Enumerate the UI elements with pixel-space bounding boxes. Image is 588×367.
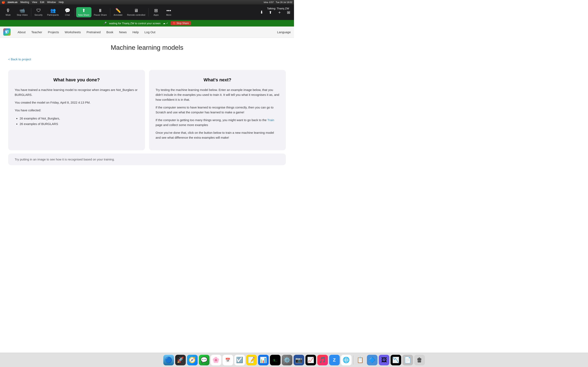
remote-controlled-button[interactable]: 🖥 Remote controlled <box>125 7 147 17</box>
menu-window[interactable]: Window <box>47 1 56 4</box>
right-card-para-3: If the computer is getting too many thin… <box>156 118 279 127</box>
more-label: More <box>166 14 171 16</box>
left-card-heading: What have you done? <box>15 77 138 83</box>
cards-row: What have you done? You have trained a m… <box>8 70 286 150</box>
participants-icon: 👥 <box>50 8 56 13</box>
security-label: Security <box>35 14 43 16</box>
left-card-bullet-1: 26 examples of Not_Burglars, <box>20 116 138 121</box>
nav-worksheets[interactable]: Worksheets <box>62 29 84 35</box>
annotate-label: Annotate <box>113 14 122 16</box>
main-content: Machine learning models < Back to projec… <box>0 38 294 184</box>
left-card: What have you done? You have trained a m… <box>8 70 145 150</box>
share-text: waiting for Thariq ZW to control your sc… <box>109 22 160 25</box>
more-button[interactable]: ••• More <box>163 7 175 17</box>
nav-language[interactable]: Language <box>277 30 291 34</box>
stop-share-button[interactable]: 🔴 Stop Share <box>171 21 191 25</box>
nav-news[interactable]: News <box>116 29 130 35</box>
left-card-bullet-2: 26 examples of BURGLARS <box>20 121 138 127</box>
cloud-icons: ☁ ✓ <box>163 22 168 25</box>
nav-help[interactable]: Help <box>130 29 142 35</box>
menu-items: zoom.us Meeting View Edit Window Help <box>8 1 64 4</box>
menu-view[interactable]: View <box>32 1 37 4</box>
video-icon: 📹 <box>19 8 25 13</box>
pause-share-icon: ⏸ <box>98 8 103 13</box>
right-card: What's next? Try testing the machine lea… <box>149 70 286 150</box>
security-icon: 🛡 <box>36 8 41 13</box>
nav-logout[interactable]: Log Out <box>141 29 158 35</box>
share-notification-bar: 🎤 waiting for Thariq ZW to control your … <box>0 20 294 26</box>
right-card-para-4: Once you've done that, click on the butt… <box>156 130 279 140</box>
share-mic-icon: 🎤 <box>103 22 107 25</box>
nav-about[interactable]: About <box>15 29 28 35</box>
page-title: Machine learning models <box>8 44 286 51</box>
macos-menubar: 🍎 zoom.us Meeting View Edit Window Help … <box>0 0 294 4</box>
participants-button[interactable]: 👥 Participants <box>45 7 61 17</box>
right-card-para-1: Try testing the machine learning model b… <box>156 87 279 102</box>
new-share-label: New Share <box>78 14 89 16</box>
new-share-button[interactable]: ⬆ New Share <box>76 7 91 17</box>
mute-button[interactable]: 🎙 Mute <box>2 7 14 17</box>
menu-app-name[interactable]: zoom.us <box>8 1 17 4</box>
new-share-icon: ⬆ <box>82 8 86 13</box>
toolbar-divider-4 <box>148 8 149 16</box>
more-icon: ••• <box>166 8 171 13</box>
left-card-para-3: You have collected: <box>15 108 138 113</box>
annotate-button[interactable]: ✏️ Annotate <box>112 7 125 17</box>
nav-teacher[interactable]: Teacher <box>28 29 45 35</box>
zoom-toolbar: 🎙 Mute 📹 Stop Video 🛡 Security 👥 Partici… <box>0 4 294 20</box>
stop-video-button[interactable]: 📹 Stop Video <box>15 7 30 17</box>
chat-icon: 💬 <box>65 8 70 13</box>
security-button[interactable]: 🛡 Security <box>33 7 45 17</box>
stop-share-label: Stop Share <box>177 22 189 25</box>
left-card-para-2: You created the model on Friday, April 8… <box>15 100 138 105</box>
apple-menu[interactable]: 🍎 <box>2 1 5 4</box>
menu-meeting[interactable]: Meeting <box>20 1 29 4</box>
nav-pretrained[interactable]: Pretrained <box>84 29 104 35</box>
apps-button[interactable]: ⊞ Apps <box>150 7 162 17</box>
remote-label: Remote controlled <box>127 14 145 16</box>
macos-user: Isha -0:57 <box>264 1 274 3</box>
talking-badge: Talking: Thariq ZW <box>264 6 292 11</box>
chat-label: Chat <box>65 14 70 16</box>
mute-icon: 🎙 <box>6 8 10 13</box>
bottom-text: Try putting in an image to see how it is… <box>15 158 279 161</box>
macos-time: Tue 26 Jul 18:02 <box>276 1 292 3</box>
nav-book[interactable]: Book <box>104 29 116 35</box>
stop-share-dot: 🔴 <box>173 22 176 25</box>
bottom-card: Try putting in an image to see how it is… <box>8 154 286 165</box>
apps-label: Apps <box>154 14 159 16</box>
mute-label: Mute <box>6 14 11 16</box>
participants-label: Participants <box>47 14 59 16</box>
toolbar-divider-1 <box>31 8 31 16</box>
pause-share-label: Pause Share <box>94 14 107 16</box>
left-card-para-1: You have trained a machine learning mode… <box>15 87 138 97</box>
macos-right-items: Isha -0:57 Tue 26 Jul 18:02 <box>264 1 292 3</box>
stop-video-label: Stop Video <box>17 14 28 16</box>
pause-share-button[interactable]: ⏸ Pause Share <box>92 7 109 17</box>
chat-button[interactable]: 💬 Chat <box>61 7 73 17</box>
right-card-heading: What's next? <box>156 77 279 83</box>
annotate-icon: ✏️ <box>115 8 121 13</box>
train-link[interactable]: Train <box>268 118 274 122</box>
menu-edit[interactable]: Edit <box>40 1 44 4</box>
left-card-list: 26 examples of Not_Burglars, 26 examples… <box>20 116 138 127</box>
toolbar-divider-3 <box>110 8 110 16</box>
app-navbar: 🧊 About Teacher Projects Worksheets Pret… <box>0 26 294 38</box>
nav-projects[interactable]: Projects <box>45 29 62 35</box>
right-card-para-2: If the computer seems to have learned to… <box>156 105 279 115</box>
back-link[interactable]: < Back to project <box>8 58 31 61</box>
apps-icon: ⊞ <box>154 8 158 13</box>
remote-icon: 🖥 <box>134 8 138 13</box>
app-logo: 🧊 <box>3 28 11 36</box>
menu-help[interactable]: Help <box>59 1 64 4</box>
